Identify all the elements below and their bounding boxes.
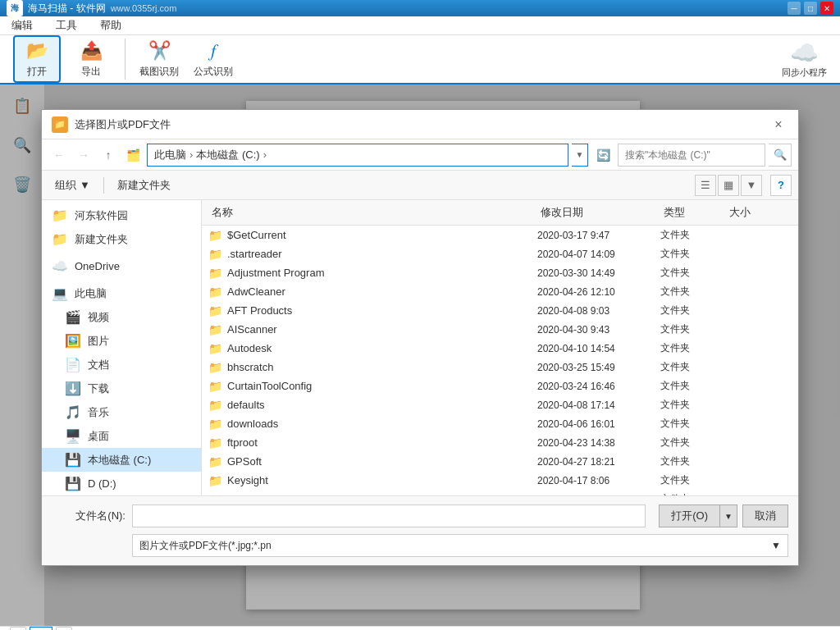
nav-label: 音乐 [88, 405, 109, 420]
export-label: 导出 [81, 65, 101, 79]
nav-item-c-drive[interactable]: 💾 本地磁盘 (C:) [42, 448, 201, 472]
view-dropdown-button[interactable]: ▼ [741, 175, 762, 196]
file-type-cell: 文件夹 [660, 454, 726, 468]
address-breadcrumb[interactable]: 此电脑 › 本地磁盘 (C:) › [147, 144, 568, 167]
close-button[interactable]: ✕ [820, 2, 833, 15]
table-row[interactable]: 📁 CurtainToolConfig 2020-03-24 16:46 文件夹 [202, 377, 798, 395]
prev-page-button[interactable]: ‹ [10, 627, 26, 630]
table-row[interactable]: 📁 AFT Products 2020-04-08 9:03 文件夹 [202, 301, 798, 320]
col-type[interactable]: 类型 [660, 203, 726, 221]
file-name-text: ftproot [227, 436, 258, 449]
file-type-cell: 文件夹 [660, 266, 726, 280]
filetype-select[interactable]: 图片文件或PDF文件(*.jpg;*.pn ▼ [132, 534, 788, 557]
nav-item-music[interactable]: 🎵 音乐 [42, 400, 201, 424]
search-input[interactable] [618, 144, 765, 167]
drive-icon: 💾 [65, 476, 81, 491]
nav-label: 桌面 [88, 429, 109, 444]
file-name-text: defaults [227, 399, 265, 411]
formula-button[interactable]: 𝑓 公式识别 [189, 35, 237, 83]
table-row[interactable]: 📁 Autodesk 2020-04-10 14:54 文件夹 [202, 339, 798, 358]
table-row[interactable]: 📁 AdwCleaner 2020-04-26 12:10 文件夹 [202, 282, 798, 301]
organize-button[interactable]: 组织 ▼ [48, 175, 97, 196]
folder-icon: 📁 [208, 455, 222, 468]
nav-item-newfolder[interactable]: 📁 新建文件夹 [42, 227, 201, 251]
col-size[interactable]: 大小 [726, 203, 792, 221]
cancel-button[interactable]: 取消 [742, 504, 788, 527]
nav-item-downloads[interactable]: ⬇️ 下载 [42, 377, 201, 400]
file-type-cell: 文件夹 [660, 304, 726, 317]
nav-label: 文档 [88, 358, 109, 372]
nav-item-videos[interactable]: 🎬 视频 [42, 305, 201, 329]
minimize-button[interactable]: ─ [788, 2, 801, 15]
view-details-button[interactable]: ▦ [718, 175, 739, 196]
nav-recent-button[interactable]: 🗂️ [122, 144, 144, 166]
table-row[interactable]: 📁 Keysight 2020-04-17 8:06 文件夹 [202, 471, 798, 490]
nav-item-documents[interactable]: 📄 文档 [42, 353, 201, 377]
dialog-close-button[interactable]: × [769, 115, 788, 135]
nav-item-onedrive[interactable]: ☁️ OneDrive [42, 254, 201, 278]
breadcrumb-sep2: › [263, 148, 267, 161]
desktop-icon: 🖥️ [65, 428, 81, 444]
title-bar-left: 海 海马扫描 - 软件网 www.0355rj.com [7, 0, 176, 16]
toolbar-sep [103, 177, 104, 194]
filetype-row: 图片文件或PDF文件(*.jpg;*.pn ▼ [52, 534, 788, 557]
refresh-button[interactable]: 🔄 [591, 144, 614, 167]
table-row[interactable]: 📁 AIScanner 2020-04-30 9:43 文件夹 [202, 320, 798, 339]
formula-label: 公式识别 [194, 65, 233, 79]
current-page: 1 [30, 627, 52, 630]
action-buttons: 打开(O) ▼ 取消 [659, 504, 788, 527]
nav-forward-button[interactable]: → [73, 144, 94, 166]
nav-label: D (D:) [88, 477, 116, 490]
open-main-button[interactable]: 打开(O) [659, 504, 719, 527]
col-date[interactable]: 修改日期 [537, 203, 660, 221]
file-name-cell: 📁 AdwCleaner [208, 285, 537, 299]
file-name-cell: 📁 GPSoft [208, 455, 537, 468]
view-list-button[interactable]: ☰ [695, 175, 716, 196]
drive-icon: 💾 [65, 452, 81, 468]
menu-help[interactable]: 帮助 [95, 16, 126, 34]
help-button[interactable]: ? [770, 175, 792, 196]
nav-item-thispc[interactable]: 💻 此电脑 [42, 281, 201, 305]
table-row[interactable]: 📁 defaults 2020-04-08 17:14 文件夹 [202, 395, 798, 414]
menu-tools[interactable]: 工具 [51, 16, 82, 34]
nav-item-pictures[interactable]: 🖼️ 图片 [42, 329, 201, 353]
organize-chevron: ▼ [80, 179, 90, 191]
table-row[interactable]: 📁 Adjustment Program 2020-03-30 14:49 文件… [202, 263, 798, 282]
open-button[interactable]: 📂 打开 [13, 35, 61, 83]
maximize-button[interactable]: □ [804, 2, 817, 15]
sync-button[interactable]: ☁️ 同步小程序 [782, 39, 827, 79]
open-split-button: 打开(O) ▼ [659, 504, 737, 527]
next-page-button[interactable]: › [56, 627, 72, 630]
toolbar-separator [125, 39, 126, 80]
file-date-cell: 2020-04-07 14:09 [537, 249, 660, 260]
menu-edit[interactable]: 编辑 [7, 16, 38, 34]
nav-item-desktop[interactable]: 🖥️ 桌面 [42, 424, 201, 448]
table-row[interactable]: 📁 $GetCurrent 2020-03-17 9:47 文件夹 [202, 226, 798, 244]
table-row[interactable]: 📁 ftproot 2020-04-23 14:38 文件夹 [202, 433, 798, 452]
folder-icon: 📁 [208, 248, 222, 261]
col-name[interactable]: 名称 [208, 203, 537, 221]
new-folder-button[interactable]: 新建文件夹 [111, 175, 177, 196]
file-date-cell: 2020-04-17 8:06 [537, 475, 660, 486]
filename-input[interactable] [132, 504, 646, 527]
address-dropdown[interactable]: ▼ [572, 144, 588, 167]
nav-item-d-drive[interactable]: 💾 D (D:) [42, 472, 201, 495]
search-icon[interactable]: 🔍 [769, 144, 792, 167]
app-title: 海马扫描 - 软件网 [28, 2, 106, 16]
filetype-dropdown-icon: ▼ [771, 540, 781, 551]
file-name-text: AdwCleaner [227, 285, 285, 298]
table-row[interactable]: 📁 GPSoft 2020-04-27 18:21 文件夹 [202, 452, 798, 471]
nav-item-hedong[interactable]: 📁 河东软件园 [42, 203, 201, 227]
dialog-overlay: 📁 选择图片或PDF文件 × ← → ↑ 🗂️ 此电脑 › 本地磁盘 (C:) … [0, 84, 840, 626]
nav-up-button[interactable]: ↑ [98, 144, 119, 166]
nav-back-button[interactable]: ← [48, 144, 70, 166]
table-row[interactable]: 📁 .startreader 2020-04-07 14:09 文件夹 [202, 244, 798, 263]
open-arrow-button[interactable]: ▼ [719, 504, 737, 527]
table-row[interactable]: 📁 KingsoftData 2020-04-06 9:03 文件夹 [202, 490, 798, 495]
file-name-text: bhscratch [227, 361, 273, 373]
export-button[interactable]: 📤 导出 [67, 35, 115, 83]
dialog-title-bar: 📁 选择图片或PDF文件 × [42, 110, 798, 139]
table-row[interactable]: 📁 downloads 2020-04-06 16:01 文件夹 [202, 414, 798, 433]
table-row[interactable]: 📁 bhscratch 2020-03-25 15:49 文件夹 [202, 358, 798, 377]
capture-button[interactable]: ✂️ 截图识别 [135, 35, 183, 83]
